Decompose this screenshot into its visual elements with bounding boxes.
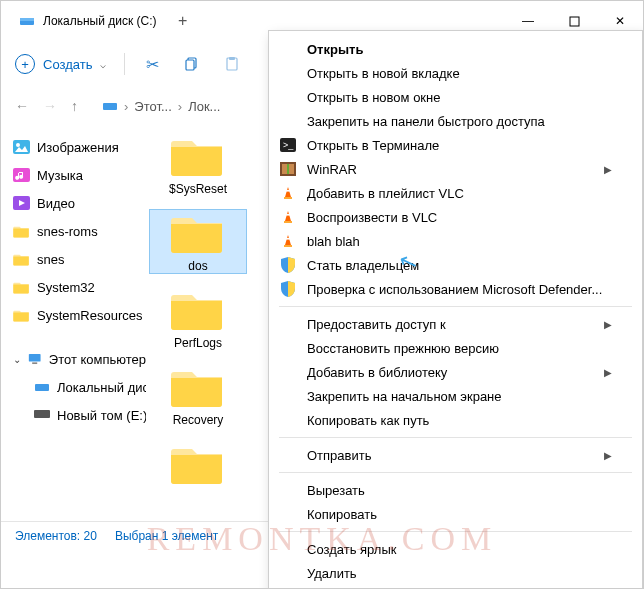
forward-button[interactable]: → bbox=[43, 98, 57, 114]
context-menu-item[interactable]: Добавить в библиотеку▶ bbox=[269, 360, 642, 384]
drive-icon bbox=[102, 98, 118, 114]
context-menu-item[interactable]: Воспроизвести в VLC bbox=[269, 205, 642, 229]
sidebar-item[interactable]: Видео bbox=[13, 189, 146, 217]
winrar-icon bbox=[279, 160, 297, 178]
new-button[interactable]: + Создать ⌵ bbox=[15, 54, 106, 74]
svg-rect-2 bbox=[570, 17, 579, 26]
context-menu-label: Создать ярлык bbox=[307, 542, 396, 557]
paste-icon[interactable] bbox=[223, 55, 241, 73]
maximize-icon bbox=[569, 16, 580, 27]
context-menu-label: Открыть в новом окне bbox=[307, 90, 440, 105]
blank-icon bbox=[279, 363, 297, 381]
svg-rect-26 bbox=[284, 221, 292, 223]
context-menu-item[interactable]: Закрепить на начальном экране bbox=[269, 384, 642, 408]
context-menu-label: Открыть bbox=[307, 42, 363, 57]
folder-icon bbox=[170, 210, 226, 254]
vlc-icon bbox=[279, 208, 297, 226]
context-menu-item[interactable]: Переименовать bbox=[269, 585, 642, 589]
sidebar-item-label: SystemResources bbox=[37, 308, 142, 323]
context-menu-item[interactable]: Удалить bbox=[269, 561, 642, 585]
blank-icon bbox=[279, 411, 297, 429]
pc-icon bbox=[28, 352, 41, 366]
context-menu-item[interactable]: Копировать bbox=[269, 502, 642, 526]
folder-tile[interactable]: Recovery bbox=[150, 364, 246, 427]
context-menu-item[interactable]: Открыть в новом окне bbox=[269, 85, 642, 109]
context-menu-label: Отправить bbox=[307, 448, 371, 463]
context-menu-label: Открыть в новой вкладке bbox=[307, 66, 460, 81]
sidebar-item[interactable]: System32 bbox=[13, 273, 146, 301]
folder-tile[interactable] bbox=[150, 441, 246, 485]
sidebar: ИзображенияМузыкаВидеоsnes-romssnesSyste… bbox=[1, 125, 146, 521]
context-menu-label: Добавить в плейлист VLC bbox=[307, 186, 464, 201]
context-menu-item[interactable]: Закрепить на панели быстрого доступа bbox=[269, 109, 642, 133]
back-button[interactable]: ← bbox=[15, 98, 29, 114]
folder-name: PerfLogs bbox=[174, 336, 222, 350]
context-menu-label: Восстановить прежнюю версию bbox=[307, 341, 499, 356]
context-menu-item[interactable]: Восстановить прежнюю версию bbox=[269, 336, 642, 360]
item-count: Элементов: 20 bbox=[15, 529, 97, 543]
plus-icon: + bbox=[15, 54, 35, 74]
svg-rect-4 bbox=[186, 60, 194, 70]
tree-root[interactable]: ⌄Этот компьютер bbox=[13, 345, 146, 373]
sidebar-item-label: Изображения bbox=[37, 140, 119, 155]
folder-icon bbox=[13, 279, 30, 296]
context-menu-item[interactable]: Открыть bbox=[269, 37, 642, 61]
context-menu-item[interactable]: Открыть в новой вкладке bbox=[269, 61, 642, 85]
context-menu-item[interactable]: Стать владельцем bbox=[269, 253, 642, 277]
context-menu-item[interactable]: Предоставить доступ к▶ bbox=[269, 312, 642, 336]
folder-name: dos bbox=[188, 259, 207, 273]
chevron-down-icon: ⌵ bbox=[100, 59, 106, 70]
svg-marker-25 bbox=[285, 211, 291, 221]
sidebar-item[interactable]: snes-roms bbox=[13, 217, 146, 245]
sidebar-item[interactable]: Музыка bbox=[13, 161, 146, 189]
context-menu-label: Проверка с использованием Microsoft Defe… bbox=[307, 282, 602, 297]
sidebar-item[interactable]: snes bbox=[13, 245, 146, 273]
folder-tile[interactable]: dos bbox=[150, 210, 246, 273]
breadcrumb-seg[interactable]: Этот... bbox=[134, 99, 171, 114]
new-button-label: Создать bbox=[43, 57, 92, 72]
context-menu-item[interactable]: WinRAR▶ bbox=[269, 157, 642, 181]
blank-icon bbox=[279, 88, 297, 106]
chevron-right-icon: ▶ bbox=[604, 450, 612, 461]
context-menu-item[interactable]: Отправить▶ bbox=[269, 443, 642, 467]
copy-icon[interactable] bbox=[183, 55, 201, 73]
svg-rect-14 bbox=[33, 362, 38, 364]
context-menu-item[interactable]: blah blah bbox=[269, 229, 642, 253]
sidebar-item[interactable]: Изображения bbox=[13, 133, 146, 161]
context-menu-item[interactable]: Копировать как путь bbox=[269, 408, 642, 432]
svg-rect-1 bbox=[20, 18, 34, 21]
breadcrumb[interactable]: › Этот... › Лок... bbox=[102, 98, 220, 114]
svg-rect-30 bbox=[286, 238, 290, 240]
svg-rect-24 bbox=[286, 190, 290, 192]
window-tab[interactable]: Локальный диск (C:) bbox=[9, 9, 167, 33]
up-button[interactable]: ↑ bbox=[71, 98, 78, 114]
cut-icon[interactable]: ✂ bbox=[143, 55, 161, 73]
sidebar-item-label: snes bbox=[37, 252, 64, 267]
new-tab-button[interactable]: + bbox=[167, 12, 199, 30]
svg-rect-15 bbox=[35, 384, 49, 391]
terminal-icon: >_ bbox=[279, 136, 297, 154]
tree-child[interactable]: Локальный диск bbox=[13, 373, 146, 401]
svg-rect-29 bbox=[284, 245, 292, 247]
context-menu-item[interactable]: >_Открыть в Терминале bbox=[269, 133, 642, 157]
context-menu-item[interactable]: Проверка с использованием Microsoft Defe… bbox=[269, 277, 642, 301]
folder-icon bbox=[170, 133, 226, 177]
tree-child[interactable]: Новый том (E:) bbox=[13, 401, 146, 429]
svg-rect-6 bbox=[229, 57, 235, 60]
chevron-right-icon: ▶ bbox=[604, 319, 612, 330]
context-menu-item[interactable]: Добавить в плейлист VLC bbox=[269, 181, 642, 205]
chevron-right-icon: › bbox=[124, 99, 128, 114]
context-menu-item[interactable]: Создать ярлык bbox=[269, 537, 642, 561]
breadcrumb-seg[interactable]: Лок... bbox=[188, 99, 220, 114]
chevron-down-icon[interactable]: ⌄ bbox=[13, 354, 21, 365]
folder-icon bbox=[13, 139, 30, 156]
folder-tile[interactable]: PerfLogs bbox=[150, 287, 246, 350]
drive-icon bbox=[19, 13, 35, 29]
folder-tile[interactable]: $SysReset bbox=[150, 133, 246, 196]
sidebar-item-label: Видео bbox=[37, 196, 75, 211]
context-menu-label: Закрепить на начальном экране bbox=[307, 389, 502, 404]
context-menu-item[interactable]: Вырезать bbox=[269, 478, 642, 502]
sidebar-item[interactable]: SystemResources bbox=[13, 301, 146, 329]
blank-icon bbox=[279, 64, 297, 82]
chevron-right-icon: ▶ bbox=[604, 164, 612, 175]
